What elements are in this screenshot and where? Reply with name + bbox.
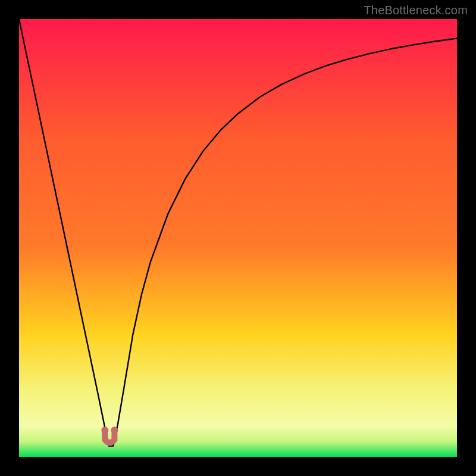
watermark-text: TheBottleneck.com: [364, 4, 468, 17]
chart-stage: TheBottleneck.com: [0, 0, 476, 476]
minimum-marker-right: [111, 427, 118, 434]
bottleneck-curve: [19, 19, 457, 446]
plot-area: [19, 19, 457, 457]
bottleneck-curve-svg: [19, 19, 457, 457]
minimum-marker-left: [101, 427, 108, 434]
